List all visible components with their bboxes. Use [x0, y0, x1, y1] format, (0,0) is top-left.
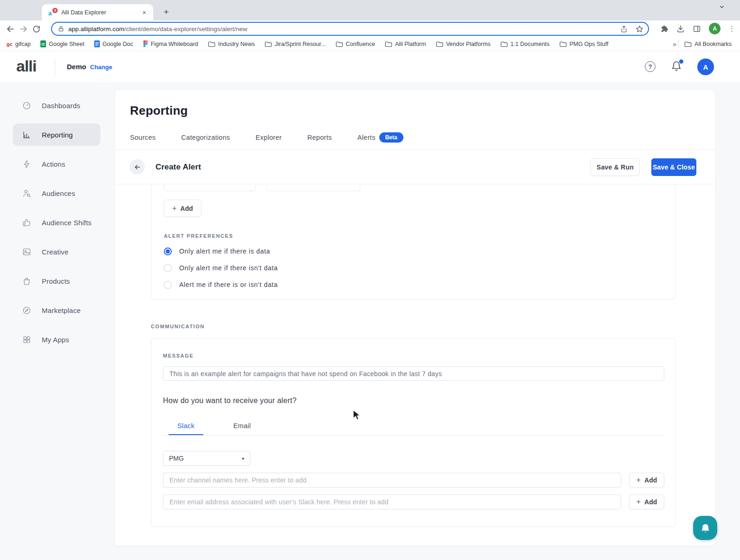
- sidebar-item-reporting[interactable]: Reporting: [13, 124, 100, 146]
- side-panel-icon[interactable]: [693, 25, 701, 33]
- sidebar-item-my-apps[interactable]: My Apps: [13, 328, 100, 351]
- bookmark-jira[interactable]: Jira/Sprint Resour...: [265, 41, 326, 47]
- bookmark-figma[interactable]: Figma Whiteboard: [143, 40, 198, 47]
- bookmark-google-doc[interactable]: Google Doc: [94, 40, 133, 47]
- bookmarks-divider: [678, 40, 679, 48]
- sidebar-item-actions[interactable]: Actions: [13, 153, 100, 175]
- communication-card: MESSAGE How do you want to receive your …: [151, 338, 675, 527]
- share-icon[interactable]: [620, 25, 628, 33]
- url-bar[interactable]: app.alliplatform.com/client/demo/data-ex…: [51, 22, 649, 36]
- folder-icon: [559, 41, 567, 47]
- sidebar-item-marketplace[interactable]: Marketplace: [13, 299, 100, 321]
- bookmarks-overflow-icon[interactable]: »: [673, 40, 676, 48]
- radio-selected-icon[interactable]: [164, 247, 172, 255]
- save-and-close-button[interactable]: Save & Close: [651, 158, 696, 176]
- favicon-badge: 5: [52, 8, 58, 13]
- user-avatar[interactable]: A: [697, 59, 714, 75]
- bookmark-pmg-ops[interactable]: PMG Ops Stuff: [559, 41, 609, 47]
- browser-tab-strip: a 5 Alli Data Explorer × +: [0, 0, 740, 20]
- tab-slack[interactable]: Slack: [169, 417, 203, 435]
- google-sheet-icon: [40, 40, 46, 47]
- app-header: alli Demo Change ? A: [0, 51, 740, 83]
- sidebar-item-audiences[interactable]: Audiences: [13, 182, 100, 204]
- bookmark-confluence[interactable]: Confluence: [336, 41, 375, 47]
- message-input[interactable]: [163, 366, 664, 381]
- folder-icon: [208, 41, 215, 47]
- tab-sources[interactable]: Sources: [130, 134, 156, 141]
- sidebar-item-creative[interactable]: Creative: [13, 241, 100, 263]
- gifcap-icon: gc: [6, 41, 13, 47]
- alert-preferences-label: ALERT PREFERENCES: [164, 233, 233, 239]
- image-icon: [22, 247, 31, 256]
- condition-field-partial[interactable]: [266, 184, 360, 191]
- add-channel-button[interactable]: + Add: [629, 473, 664, 488]
- radio-option-data[interactable]: Only alert me if there is data: [164, 246, 270, 257]
- create-alert-header: Create Alert Save & Run Save & Close: [115, 150, 715, 184]
- bookmark-google-sheet[interactable]: Google Sheet: [40, 40, 84, 47]
- sidebar: Dashboards Reporting Actions Audiences A…: [0, 83, 115, 560]
- bookmark-gifcap[interactable]: gc gifcap: [6, 41, 31, 47]
- folder-icon: [265, 41, 272, 47]
- tab-categorizations[interactable]: Categorizations: [181, 134, 230, 141]
- thumb-up-icon: [22, 218, 31, 227]
- save-and-run-button[interactable]: Save & Run: [591, 158, 640, 176]
- folder-icon: [684, 41, 692, 47]
- radio-option-either[interactable]: Alert me if there is or isn't data: [164, 279, 278, 290]
- bell-icon: [700, 522, 711, 534]
- plus-icon: +: [636, 498, 641, 506]
- slack-email-input[interactable]: [163, 495, 621, 509]
- browser-reload-button[interactable]: [30, 22, 43, 35]
- downloads-icon[interactable]: [676, 25, 685, 33]
- extensions-puzzle-icon[interactable]: [660, 25, 669, 33]
- tab-explorer[interactable]: Explorer: [256, 134, 282, 141]
- app-body: Dashboards Reporting Actions Audiences A…: [0, 83, 740, 560]
- alli-logo[interactable]: alli: [16, 57, 36, 75]
- tab-reports[interactable]: Reports: [307, 134, 332, 141]
- tab-search-chevron-icon[interactable]: [719, 4, 725, 10]
- tab-email[interactable]: Email: [225, 417, 260, 435]
- plus-icon: +: [172, 204, 176, 213]
- chevron-down-icon: ▾: [242, 456, 244, 461]
- plus-icon: +: [636, 476, 641, 484]
- page-title: Reporting: [130, 104, 188, 118]
- alli-favicon: a 5: [48, 9, 58, 16]
- radio-unselected-icon[interactable]: [164, 264, 172, 272]
- all-bookmarks[interactable]: All Bookmarks: [684, 41, 732, 47]
- bookmark-vendor-platforms[interactable]: Vendor Platforms: [436, 41, 491, 47]
- bookmark-11-documents[interactable]: 1:1 Documents: [500, 41, 550, 47]
- radio-unselected-icon[interactable]: [164, 281, 172, 289]
- reporting-panel: Reporting Sources Categorizations Explor…: [115, 91, 715, 546]
- folder-icon: [385, 41, 392, 47]
- bookmark-alli-platform[interactable]: Alli Platform: [385, 41, 426, 47]
- add-condition-button[interactable]: + Add: [164, 200, 201, 217]
- radio-option-no-data[interactable]: Only alert me if there isn't data: [164, 262, 278, 273]
- browser-forward-button[interactable]: [17, 22, 30, 35]
- bar-chart-icon: [22, 130, 31, 139]
- browser-back-button[interactable]: [4, 22, 17, 35]
- sidebar-item-audience-shifts[interactable]: Audience Shifts: [13, 211, 100, 234]
- new-tab-button[interactable]: +: [160, 6, 173, 19]
- bookmark-industry-news[interactable]: Industry News: [208, 41, 255, 47]
- condition-field-partial[interactable]: [164, 184, 256, 191]
- chrome-profile-avatar[interactable]: A: [709, 23, 721, 34]
- back-button[interactable]: [130, 159, 145, 175]
- chrome-menu-icon[interactable]: ⋮: [728, 25, 735, 33]
- channel-tabs: Slack Email: [169, 417, 260, 435]
- browser-tab[interactable]: a 5 Alli Data Explorer ×: [42, 4, 153, 20]
- bookmark-star-icon[interactable]: [636, 25, 643, 33]
- support-chat-button[interactable]: [693, 516, 717, 540]
- help-icon[interactable]: ?: [645, 61, 656, 72]
- workspace-select[interactable]: PMG ▾: [163, 451, 250, 466]
- receive-alert-question: How do you want to receive your alert?: [163, 397, 297, 405]
- notifications-bell-icon[interactable]: [671, 60, 683, 72]
- figma-icon: [143, 40, 148, 47]
- tab-alerts[interactable]: Alerts: [357, 134, 376, 141]
- channel-names-input[interactable]: [163, 473, 621, 488]
- tab-close-icon[interactable]: ×: [140, 8, 149, 17]
- change-client-link[interactable]: Change: [90, 64, 112, 71]
- dashboard-gauge-icon: [22, 101, 31, 110]
- sidebar-item-dashboards[interactable]: Dashboards: [13, 94, 100, 117]
- add-email-button[interactable]: + Add: [629, 495, 664, 509]
- sidebar-item-products[interactable]: Products: [13, 270, 100, 292]
- lightning-icon: [22, 160, 31, 169]
